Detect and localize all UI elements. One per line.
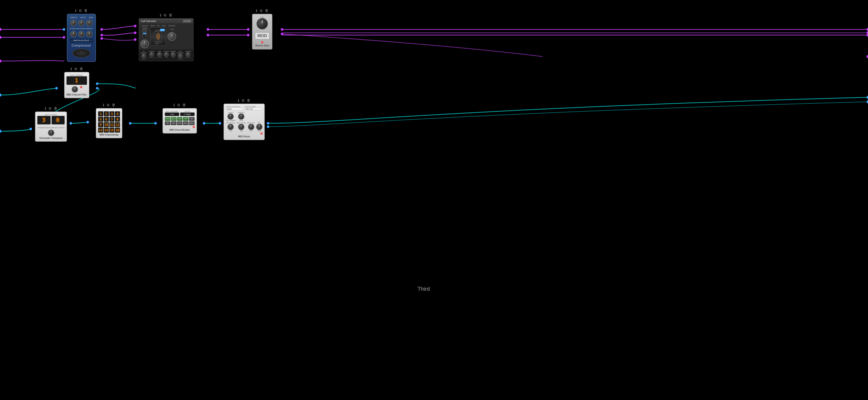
calf-tone-knob[interactable] [157, 52, 162, 57]
vel-knob[interactable] [256, 124, 262, 130]
calf-delete-icon[interactable]: 🗑 [169, 13, 173, 18]
chan-9[interactable]: 9 [98, 122, 103, 127]
chan-10[interactable]: 10 [104, 122, 109, 127]
chan-14[interactable]: 14 [104, 127, 109, 133]
chan-12[interactable]: 12 [115, 122, 120, 127]
makeup-label: MAKEUP [86, 28, 93, 30]
mcf-plugin-label: MIDI Channel Filter [66, 93, 87, 96]
stereo-gain-delete-icon[interactable]: 🗑 [265, 8, 269, 13]
svg-point-2 [0, 60, 1, 62]
mcf-info-icon[interactable]: ℹ [70, 67, 72, 71]
svg-point-14 [101, 34, 103, 36]
mchmap-delete-icon[interactable]: 🗑 [112, 103, 116, 107]
strum-timeout-knob[interactable] [238, 113, 244, 120]
chan-7[interactable]: 7 [110, 117, 115, 122]
makeup-knob[interactable] [86, 31, 92, 37]
calf-lowpass-knob2[interactable] [186, 52, 191, 57]
gain-main-knob[interactable] [256, 18, 268, 29]
chord-btn-bass3[interactable]: Bass [189, 121, 195, 125]
calf-gradient-knob[interactable] [170, 52, 176, 57]
svg-point-20 [207, 34, 209, 36]
chan-6[interactable]: 6 [104, 117, 109, 122]
compressor-delete-icon[interactable]: 🗑 [84, 8, 88, 13]
calf-title: Calf Saturator [141, 20, 156, 22]
chord-btn-11th[interactable]: 11th [171, 121, 177, 125]
ct-settings-icon[interactable]: ⚙ [49, 106, 52, 111]
chan-5[interactable]: 5 [98, 117, 103, 122]
chord-btn-3th[interactable]: 3th [177, 117, 183, 121]
svg-text:Calf: Calf [155, 43, 158, 44]
channelmap-grid: 1 2 3 4 5 6 7 8 9 10 11 12 13 14 15 16 [98, 111, 120, 133]
chan-2[interactable]: 2 [104, 111, 109, 116]
calf-lowpass-knob1[interactable] [149, 52, 154, 57]
ct-delete-icon[interactable]: 🗑 [54, 106, 57, 111]
rms-knob[interactable] [86, 20, 92, 26]
chan-4[interactable]: 4 [115, 111, 120, 116]
chord-btn-band[interactable]: Band [171, 117, 177, 121]
release-knob[interactable] [78, 31, 85, 37]
chord-btn-13th[interactable]: 13th [177, 121, 183, 125]
attack-knob[interactable] [70, 31, 76, 37]
mcb-channel-select[interactable]: Any [165, 112, 179, 116]
compressor-info-icon[interactable]: ℹ [75, 8, 76, 13]
strum-mode-select[interactable]: Alternate [245, 108, 262, 110]
mcb-info-icon[interactable]: ℹ [174, 103, 175, 107]
calf-onoff-btn[interactable]: On/Off [183, 20, 191, 23]
ratio-knob[interactable] [78, 20, 85, 26]
ms-delete-icon[interactable]: 🗑 [247, 98, 250, 103]
chord-btn-bass2[interactable]: Bass [183, 121, 188, 125]
chan-11[interactable]: 11 [110, 122, 115, 127]
saturation-knob[interactable] [167, 32, 176, 41]
thresh-knob[interactable] [70, 20, 76, 26]
ms-settings-icon[interactable]: ⚙ [241, 98, 245, 103]
ct-transpose-knob[interactable] [48, 130, 54, 136]
stereo-gain-settings-icon[interactable]: ⚙ [259, 8, 263, 13]
ms-info-icon[interactable]: ℹ [238, 98, 239, 103]
chan-8[interactable]: 8 [115, 117, 120, 122]
strum-speed-knob[interactable] [227, 113, 234, 120]
calf-amount-label: Amount [164, 51, 169, 52]
ct-channel-label: MIDI CHANNEL [37, 114, 64, 116]
svg-point-6 [867, 31, 868, 34]
mix-label: Mix [157, 25, 160, 26]
chord-btn-9th2[interactable]: 9th [165, 121, 170, 125]
calf-highpass-knob1[interactable] [141, 54, 146, 59]
rnd-vel-knob[interactable] [248, 124, 254, 130]
third-label: Third [417, 286, 430, 292]
mchmap-settings-icon[interactable]: ⚙ [106, 103, 110, 107]
chan-13[interactable]: 13 [98, 127, 103, 133]
calf-gradient-label: Gradient [170, 51, 176, 52]
chan-16[interactable]: 16 [115, 127, 120, 133]
chord-btn-bass1[interactable]: Bass [165, 117, 170, 121]
svg-point-3 [0, 94, 1, 96]
chord-btn-5th[interactable]: 5th [183, 117, 188, 121]
strum-acc-knob[interactable] [227, 124, 234, 130]
calf-info-icon[interactable]: ℹ [160, 13, 161, 18]
chord-btn-9th1[interactable]: 9th [189, 117, 195, 121]
calf-highpass-knob2[interactable] [178, 54, 183, 59]
blend-label: Blend [151, 25, 155, 26]
compressor-input-label: → INPUT [71, 39, 80, 41]
rnd-accel-knob[interactable] [238, 124, 244, 130]
calf-activation-knob[interactable] [141, 39, 149, 48]
ct-info-icon[interactable]: ℹ [45, 106, 46, 111]
mcf-delete-icon[interactable]: 🗑 [80, 67, 83, 71]
strum-duration-select[interactable]: Eighth [226, 108, 243, 110]
mcb-delete-icon[interactable]: 🗑 [182, 103, 186, 107]
mcb-settings-icon[interactable]: ⚙ [177, 103, 180, 107]
compressor-footswitch[interactable] [72, 49, 90, 58]
mcf-settings-icon[interactable]: ⚙ [74, 67, 77, 71]
compressor-settings-icon[interactable]: ⚙ [79, 8, 82, 13]
mcf-channel-knob[interactable] [72, 86, 78, 92]
mcb-scale-select[interactable]: C Major [180, 112, 195, 116]
mchmap-info-icon[interactable]: ℹ [103, 103, 104, 107]
calf-settings-icon[interactable]: ⚙ [163, 13, 166, 18]
strum-acc-label: STRUM ACC [226, 122, 235, 124]
calf-amount-knob[interactable] [164, 52, 169, 57]
chan-1[interactable]: 1 [98, 111, 103, 116]
chan-15[interactable]: 15 [110, 127, 115, 133]
rnd-accel-label: RND. ACCEL [237, 122, 246, 124]
mcb-scale-label: SCALE [180, 110, 195, 112]
chan-3[interactable]: 3 [110, 111, 115, 116]
stereo-gain-info-icon[interactable]: ℹ [256, 8, 257, 13]
